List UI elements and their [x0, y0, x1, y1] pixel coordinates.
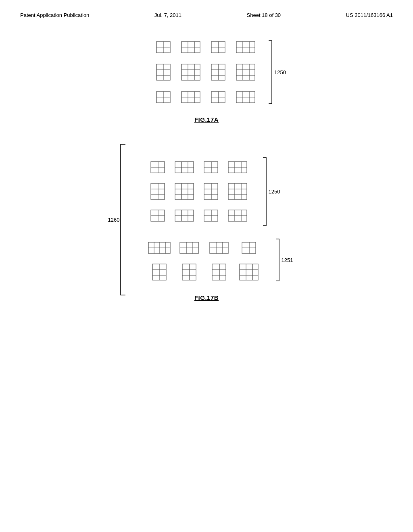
fig17a-label: FIG.17A	[194, 116, 219, 123]
b-cell-r1c3	[201, 158, 221, 176]
c-cell-r1c1	[148, 239, 171, 257]
cell-r3c1	[153, 88, 173, 106]
svg-rect-108	[152, 264, 166, 280]
fig17b-label: FIG.17B	[194, 294, 219, 301]
cell-r1c4	[236, 38, 256, 56]
b-cell-r1c2	[174, 158, 194, 176]
svg-rect-73	[228, 183, 247, 200]
c-cell-r2c2	[177, 263, 201, 281]
figure-17b-section: 1260	[20, 151, 393, 301]
header-right: US 2011/163166 A1	[346, 12, 393, 18]
svg-rect-64	[175, 183, 194, 200]
cell-r2c2	[181, 63, 201, 81]
cell-r1c1	[153, 38, 173, 56]
page-header: Patent Application Publication Jul. 7, 2…	[20, 12, 393, 18]
b-cell-r1c4	[227, 158, 248, 176]
cell-r2c3	[208, 63, 228, 81]
svg-rect-18	[181, 64, 200, 80]
cell-r3c4	[236, 88, 256, 106]
b-cell-r2c4	[227, 183, 248, 200]
b-cell-r3c2	[174, 207, 194, 224]
header-center: Jul. 7, 2011	[154, 12, 181, 18]
fig17b-1250-label: 1250	[269, 189, 280, 195]
b-cell-r2c3	[201, 183, 221, 200]
b-cell-r2c1	[148, 183, 168, 200]
b-cell-r3c1	[148, 207, 168, 224]
fig17a-grid	[149, 34, 264, 110]
figure-17a-section: 1250 FIG.17A	[20, 34, 393, 123]
fig17b-left-label: 1260	[108, 217, 120, 223]
svg-rect-23	[211, 64, 225, 80]
c-cell-r1c4	[237, 239, 261, 257]
cell-r2c1	[153, 63, 173, 81]
svg-rect-27	[236, 64, 255, 80]
cell-r2c4	[236, 63, 256, 81]
svg-rect-14	[156, 64, 170, 80]
c-cell-r2c4	[237, 263, 261, 281]
svg-rect-112	[182, 264, 196, 280]
header-left: Patent Application Publication	[20, 12, 89, 18]
header-sheet: Sheet 18 of 30	[247, 12, 281, 18]
c-cell-r1c3	[207, 239, 231, 257]
b-cell-r2c2	[174, 183, 194, 200]
fig17b-1251-label: 1251	[282, 257, 293, 263]
fig17a-array: 1250	[149, 34, 264, 110]
svg-rect-116	[212, 264, 226, 280]
svg-rect-69	[204, 183, 218, 200]
fig17a-bracket-label: 1250	[274, 69, 286, 75]
b-cell-r3c3	[201, 207, 221, 224]
svg-rect-120	[240, 264, 258, 280]
page: Patent Application Publication Jul. 7, 2…	[0, 0, 413, 532]
cell-r3c3	[208, 88, 228, 106]
cell-r3c2	[181, 88, 201, 106]
b-cell-r1c1	[148, 158, 168, 176]
cell-r1c3	[208, 38, 228, 56]
cell-r1c2	[181, 38, 201, 56]
b-cell-r3c4	[227, 207, 248, 224]
c-cell-r2c3	[207, 263, 231, 281]
c-cell-r1c2	[177, 239, 201, 257]
c-cell-r2c1	[148, 263, 171, 281]
svg-rect-60	[151, 183, 165, 200]
